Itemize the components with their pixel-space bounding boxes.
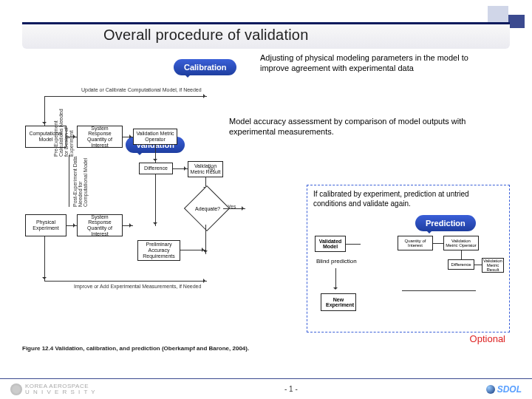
prediction-badge: Prediction (415, 215, 476, 231)
content-area: Calibration Adjusting of physical modeli… (22, 59, 510, 369)
box-validated-model: Validated Model (315, 236, 346, 252)
box-val-metric-op: Validation Metric Operator (133, 129, 177, 145)
box-sys-response-1: System Response Quantity of Interest (77, 126, 123, 148)
calibration-description: Adjusting of physical modeling parameter… (260, 53, 482, 74)
box-diff: Difference (448, 259, 474, 270)
label-blind-prediction: Blind prediction (316, 258, 357, 265)
prediction-description: If calibrated by experiment, prediction … (307, 185, 509, 213)
diagram-top-feedback-label: Update or Calibrate Computational Model,… (81, 87, 202, 92)
diagram-bottom-feedback-label: Improve or Add Experimental Measurements… (74, 284, 201, 289)
box-phys-exp: Physical Experiment (25, 214, 66, 236)
box-val-result: Validation Metric Result (188, 161, 223, 177)
optional-label: Optional (470, 333, 505, 344)
box-metric-op: Validation Metric Operator (443, 236, 479, 250)
label-no: No (208, 166, 215, 171)
box-qoi: Quantity of Interest (398, 236, 433, 250)
calibration-badge: Calibration (174, 59, 236, 75)
main-diagram: Update or Calibrate Computational Model,… (22, 89, 303, 347)
university-emblem-icon (10, 383, 22, 395)
mini-diagram: Validated Model Quantity of Interest Val… (313, 231, 503, 327)
label-side-left: Pre-Experiment Calculations Needed for D… (53, 105, 74, 157)
box-sys-response-2: System Response Quantity of Interest (77, 214, 123, 236)
label-side-right: Post-Experiment Data Needed for Computat… (72, 155, 88, 207)
university-logo: KOREA AEROSPACE U N I V E R S I T Y (10, 383, 96, 395)
prediction-panel: If calibrated by experiment, prediction … (307, 185, 510, 332)
page-number: - 1 - (284, 385, 298, 393)
brand-logo: SDOL (486, 384, 522, 395)
box-new-experiment: New Experiment (321, 293, 356, 311)
box-prelim-req: Preliminary Accuracy Requirements (137, 240, 180, 261)
footer: KOREA AEROSPACE U N I V E R S I T Y - 1 … (0, 378, 532, 399)
box-metric-res: Validation Metric Result (482, 258, 504, 273)
figure-caption: Figure 12.4 Validation, calibration, and… (22, 345, 249, 352)
globe-icon (486, 385, 495, 394)
box-difference: Difference (139, 163, 173, 174)
university-name-bottom: U N I V E R S I T Y (25, 389, 96, 395)
page-title: Overall procedure of validation (22, 22, 510, 49)
